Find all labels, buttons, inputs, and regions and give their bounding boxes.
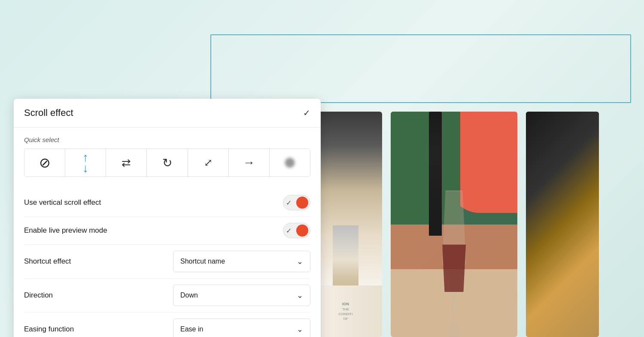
vertical-scroll-toggle-group: ✓ <box>283 195 310 210</box>
direction-row: Direction Down ⌄ <box>24 279 310 313</box>
easing-row: Easing function Ease in ⌄ <box>24 313 310 337</box>
live-preview-toggle[interactable]: ✓ <box>283 223 310 238</box>
panel-title: Scroll effect <box>24 107 73 118</box>
direction-dropdown[interactable]: Down ⌄ <box>173 285 310 306</box>
toggle-knob <box>296 197 308 209</box>
shortcut-effect-chevron-icon: ⌄ <box>297 257 303 266</box>
easing-dropdown[interactable]: Ease in ⌄ <box>173 319 310 337</box>
quick-select-label: Quick select <box>24 136 310 143</box>
shortcut-effect-value: Shortcut name <box>180 258 225 265</box>
easing-label: Easing function <box>24 325 74 334</box>
icon-arrow-right[interactable]: → <box>229 149 270 176</box>
icon-expand[interactable]: ⤢ <box>188 149 229 176</box>
easing-chevron-icon: ⌄ <box>297 325 303 334</box>
scroll-effect-panel: Scroll effect ✓ Quick select ⊘ ↑↓ ⇄ <box>14 99 321 337</box>
panel-header[interactable]: Scroll effect ✓ <box>14 99 321 128</box>
shortcut-effect-row: Shortcut effect Shortcut name ⌄ <box>24 245 310 279</box>
icon-swap[interactable]: ⇄ <box>106 149 147 176</box>
selection-rect <box>210 34 631 103</box>
live-preview-label: Enable live preview mode <box>24 226 107 235</box>
toggle-check-icon: ✓ <box>286 199 292 207</box>
panel-body: Quick select ⊘ ↑↓ ⇄ ↻ ⤢ <box>14 128 321 337</box>
toggle-check-icon-2: ✓ <box>286 227 292 235</box>
live-preview-row: Enable live preview mode ✓ <box>24 217 310 245</box>
quick-select-grid: ⊘ ↑↓ ⇄ ↻ ⤢ → <box>24 149 310 177</box>
shortcut-effect-dropdown[interactable]: Shortcut name ⌄ <box>173 251 310 272</box>
icon-refresh[interactable]: ↻ <box>147 149 188 176</box>
icon-blur[interactable] <box>270 149 310 176</box>
chevron-down-icon: ✓ <box>303 108 310 118</box>
icon-none[interactable]: ⊘ <box>24 149 65 176</box>
live-preview-toggle-group: ✓ <box>283 223 310 238</box>
vertical-scroll-toggle[interactable]: ✓ <box>283 195 310 210</box>
easing-value: Ease in <box>180 325 203 333</box>
vertical-scroll-row: Use vertical scroll effect ✓ <box>24 189 310 217</box>
icon-scroll-updown[interactable]: ↑↓ <box>65 149 106 176</box>
direction-label: Direction <box>24 291 53 300</box>
vertical-scroll-label: Use vertical scroll effect <box>24 198 101 207</box>
direction-value: Down <box>180 291 198 299</box>
toggle-knob-2 <box>296 225 308 237</box>
direction-chevron-icon: ⌄ <box>297 291 303 300</box>
shortcut-effect-label: Shortcut effect <box>24 257 71 266</box>
photo-area: ION THE CONDITI OF <box>301 112 644 337</box>
